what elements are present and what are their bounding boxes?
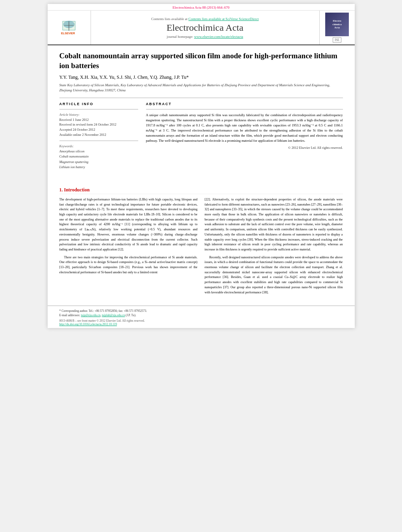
electrochimica-acta-logo: ElectrochimicaActa xyxy=(325,13,349,36)
abstract-divider xyxy=(146,109,343,109)
intro-para-4: Recently, well designed nanostructured s… xyxy=(205,255,343,295)
journal-homepage: journal homepage: www.elsevier.com/locat… xyxy=(167,35,243,39)
journal-logo-right: ElectrochimicaActa ISE xyxy=(319,11,355,44)
intro-para-3: [22]. Alternatively, to exploit the stru… xyxy=(205,197,343,252)
sciverse-text: Contents lists available at Contents lis… xyxy=(151,17,259,21)
article-info-label: ARTICLE INFO xyxy=(59,102,138,106)
section-divider xyxy=(59,98,343,98)
intro-para-1: The development of high-performance lith… xyxy=(59,197,198,252)
received-revised-date: Received in revised form 24 October 2012 xyxy=(59,122,138,127)
keyword-4: Lithium ion battery xyxy=(59,165,138,170)
abstract-label: ABSTRACT xyxy=(146,102,343,106)
body-two-column: The development of high-performance lith… xyxy=(59,197,343,298)
keyword-1: Amorphous silicon xyxy=(59,149,138,154)
footnote-star-text: * Corresponding author. Tel.: +86 571 87… xyxy=(59,309,147,313)
info-divider xyxy=(59,109,138,109)
accepted-date: Accepted 24 October 2012 xyxy=(59,127,138,132)
article-info-column: ARTICLE INFO Article history: Received 1… xyxy=(59,102,138,173)
doi-text[interactable]: http://dx.doi.org/10.1016/j.electacta.20… xyxy=(59,323,117,326)
page-footer: * Corresponding author. Tel.: +86 571 87… xyxy=(48,306,355,328)
journal-reference: Electrochimica Acta 88 (2013) 664–670 xyxy=(172,6,229,9)
issn-text: 0013-4686/$ – see front matter © 2012 El… xyxy=(59,319,343,323)
available-online-date: Available online 2 November 2012 xyxy=(59,132,138,137)
homepage-link[interactable]: www.elsevier.com/locate/electacta xyxy=(194,35,243,39)
history-label: Article history: xyxy=(59,113,138,117)
article-history: Article history: Received 1 June 2012 Re… xyxy=(59,113,138,137)
journal-ref-bar: Electrochimica Acta 88 (2013) 664–670 xyxy=(48,4,355,11)
keywords-section: Keywords: Amorphous silicon Cobalt nanom… xyxy=(59,144,138,170)
section-1-title: 1. Introduction xyxy=(59,187,343,194)
journal-title-area: Contents lists available at Contents lis… xyxy=(91,11,319,44)
body-right-column: [22]. Alternatively, to exploit the stru… xyxy=(205,197,343,298)
keywords-divider xyxy=(59,141,138,141)
keyword-3: Magnetron sputtering xyxy=(59,159,138,165)
keyword-2: Cobalt nanomountain xyxy=(59,154,138,159)
email-suffix: (J.P. Tu). xyxy=(126,313,136,317)
email-1[interactable]: tujp@zju.edu.cn xyxy=(81,313,100,317)
email-label: E-mail addresses: xyxy=(59,313,80,317)
ise-badge: ISE xyxy=(333,37,341,43)
journal-name: Electrochimica Acta xyxy=(167,22,243,33)
article-authors: Y.Y. Tang, X.H. Xia, Y.X. Yu, S.J. Shi, … xyxy=(59,74,343,80)
doi-link[interactable]: http://dx.doi.org/10.1016/j.electacta.20… xyxy=(59,323,343,326)
copyright-notice: © 2012 Elsevier Ltd. All rights reserved… xyxy=(146,146,343,150)
body-left-column: The development of high-performance lith… xyxy=(59,197,198,298)
sciverse-link[interactable]: Contents lists available at SciVerse Sci… xyxy=(188,17,259,21)
email-2[interactable]: tujplab@zju.edu.cn xyxy=(102,313,125,317)
email-footnote: E-mail addresses: tujp@zju.edu.cn, tujpl… xyxy=(59,313,343,317)
corresponding-author-note: * Corresponding author. Tel.: +86 571 87… xyxy=(59,309,343,313)
article-header-section: Cobalt nanomountain array supported sili… xyxy=(48,45,355,181)
article-title: Cobalt nanomountain array supported sili… xyxy=(59,51,343,70)
article-body: 1. Introduction The development of high-… xyxy=(48,187,355,306)
received-date: Received 1 June 2012 xyxy=(59,117,138,122)
keywords-label: Keywords: xyxy=(59,144,138,148)
abstract-text: A unique cobalt nanomountain array suppo… xyxy=(146,113,343,144)
abstract-column: ABSTRACT A unique cobalt nanomountain ar… xyxy=(146,102,343,173)
footer-issn-doi: 0013-4686/$ – see front matter © 2012 El… xyxy=(59,319,343,326)
elsevier-tree-graphic: ELSEVIER xyxy=(57,20,81,35)
article-page: Electrochimica Acta 88 (2013) 664–670 EL… xyxy=(48,4,355,328)
info-abstract-section: ARTICLE INFO Article history: Received 1… xyxy=(59,102,343,173)
intro-para-2: There are two main strategies for improv… xyxy=(59,255,198,275)
svg-text:ELSEVIER: ELSEVIER xyxy=(61,32,75,35)
article-affiliation: State Key Laboratory of Silicon Material… xyxy=(59,83,343,93)
journal-header: ELSEVIER Contents lists available at Con… xyxy=(48,11,355,45)
elsevier-logo-area: ELSEVIER xyxy=(48,11,91,44)
